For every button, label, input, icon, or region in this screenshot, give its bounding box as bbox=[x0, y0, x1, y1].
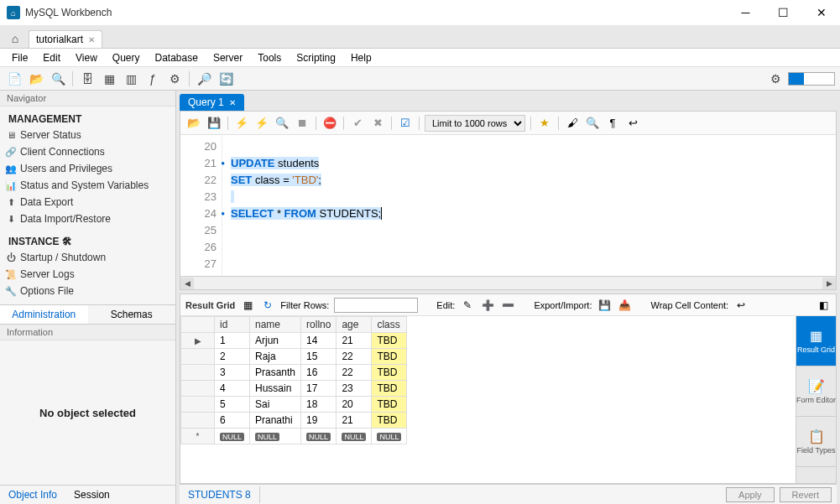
open-sql-icon[interactable]: 📂 bbox=[27, 70, 45, 88]
inspector-icon[interactable]: 🔍 bbox=[49, 70, 67, 88]
scroll-right-icon[interactable]: ▶ bbox=[822, 278, 836, 289]
layout-toggle[interactable] bbox=[788, 72, 835, 86]
tab-object-info[interactable]: Object Info bbox=[0, 486, 65, 504]
wrap-icon[interactable]: ↩ bbox=[624, 115, 641, 132]
side-tab-field-types[interactable]: 📋Field Types bbox=[796, 417, 836, 467]
tab-schemas[interactable]: Schemas bbox=[88, 305, 176, 324]
beautify-icon[interactable]: 🖌 bbox=[564, 115, 581, 132]
menu-server[interactable]: Server bbox=[206, 50, 249, 65]
connection-tab[interactable]: tutorialkart ✕ bbox=[29, 30, 102, 48]
apply-button[interactable]: Apply bbox=[726, 487, 775, 502]
grid-icon[interactable]: ▦ bbox=[240, 298, 255, 313]
minimize-button[interactable]: ─ bbox=[727, 0, 764, 25]
favorite-icon[interactable]: ★ bbox=[536, 115, 553, 132]
settings-icon[interactable]: ⚙ bbox=[766, 70, 785, 88]
col-header[interactable]: rollno bbox=[301, 317, 337, 333]
information-header: Information bbox=[0, 325, 175, 340]
close-query-icon[interactable]: ✕ bbox=[229, 98, 236, 107]
code-body[interactable]: UPDATE students SET class = 'TBD'; SELEC… bbox=[222, 135, 836, 276]
editor-hscroll[interactable]: ◀ ▶ bbox=[180, 277, 837, 290]
tab-session[interactable]: Session bbox=[65, 486, 118, 504]
menu-scripting[interactable]: Scripting bbox=[290, 50, 342, 65]
add-schema-icon[interactable]: 🗄 bbox=[78, 70, 97, 88]
delete-row-icon[interactable]: ➖ bbox=[500, 298, 515, 313]
connection-tabbar: ⌂ tutorialkart ✕ bbox=[0, 25, 840, 49]
table-row[interactable]: 6Pranathi1921TBD bbox=[181, 413, 407, 429]
nav-item[interactable]: 🖥Server Status bbox=[0, 127, 175, 143]
add-proc-icon[interactable]: ƒ bbox=[143, 70, 162, 88]
side-tab-result-grid[interactable]: ▦Result Grid bbox=[796, 316, 836, 366]
scroll-left-icon[interactable]: ◀ bbox=[180, 278, 194, 289]
navigator-header: Navigator bbox=[0, 91, 175, 107]
autocommit-icon[interactable]: ☑ bbox=[397, 115, 414, 132]
menu-file[interactable]: File bbox=[5, 50, 34, 65]
tab-administration[interactable]: Administration bbox=[0, 305, 88, 324]
add-view-icon[interactable]: ▥ bbox=[122, 70, 140, 88]
execute-current-icon[interactable]: ⚡ bbox=[253, 115, 270, 132]
table-row[interactable]: 5Sai1820TBD bbox=[181, 397, 407, 413]
reconnect-icon[interactable]: 🔄 bbox=[217, 70, 235, 88]
open-file-icon[interactable]: 📂 bbox=[185, 115, 202, 132]
nav-item[interactable]: 🔧Options File bbox=[0, 283, 175, 299]
close-button[interactable]: ✕ bbox=[802, 0, 840, 25]
nav-item[interactable]: 👥Users and Privileges bbox=[0, 160, 175, 177]
line-gutter: 2021222324252627 bbox=[180, 135, 222, 276]
query-tab[interactable]: Query 1 ✕ bbox=[180, 94, 244, 111]
execute-icon[interactable]: ⚡ bbox=[233, 115, 250, 132]
nav-item[interactable]: ⬆Data Export bbox=[0, 194, 175, 210]
invisible-icon[interactable]: ¶ bbox=[604, 115, 621, 132]
find-icon[interactable]: 🔍 bbox=[584, 115, 601, 132]
table-row-null[interactable]: *NULLNULLNULLNULLNULL bbox=[181, 429, 407, 444]
col-header[interactable]: id bbox=[215, 317, 250, 333]
table-row[interactable]: ▶1Arjun1421TBD bbox=[181, 333, 407, 349]
management-section: MANAGEMENT bbox=[0, 112, 175, 127]
filter-input[interactable] bbox=[334, 298, 418, 313]
results-table[interactable]: idnamerollnoageclass ▶1Arjun1421TBD2Raja… bbox=[180, 316, 407, 444]
commit-icon[interactable]: ✔ bbox=[349, 115, 366, 132]
result-tab[interactable]: STUDENTS 8 bbox=[180, 486, 260, 503]
revert-button[interactable]: Revert bbox=[780, 487, 832, 502]
home-icon[interactable]: ⌂ bbox=[5, 29, 25, 48]
edit-icon[interactable]: ✎ bbox=[460, 298, 475, 313]
menu-help[interactable]: Help bbox=[344, 50, 378, 65]
export-icon[interactable]: 💾 bbox=[597, 298, 612, 313]
wrap-content-icon[interactable]: ↩ bbox=[733, 298, 749, 313]
close-tab-icon[interactable]: ✕ bbox=[88, 35, 95, 44]
table-row[interactable]: 4Hussain1723TBD bbox=[181, 381, 407, 397]
menu-database[interactable]: Database bbox=[149, 50, 205, 65]
stop-icon[interactable]: ⏹ bbox=[294, 115, 310, 132]
nav-item[interactable]: 📊Status and System Variables bbox=[0, 177, 175, 194]
menu-view[interactable]: View bbox=[69, 50, 104, 65]
nav-item[interactable]: ⬇Data Import/Restore bbox=[0, 210, 175, 227]
menu-edit[interactable]: Edit bbox=[36, 50, 67, 65]
menu-query[interactable]: Query bbox=[106, 50, 147, 65]
new-sql-icon[interactable]: 📄 bbox=[5, 70, 23, 88]
panel-toggle-icon[interactable]: ◧ bbox=[816, 298, 831, 313]
nav-item[interactable]: 📜Server Logs bbox=[0, 266, 175, 283]
add-row-icon[interactable]: ➕ bbox=[480, 298, 495, 313]
explain-icon[interactable]: 🔍 bbox=[274, 115, 290, 132]
table-row[interactable]: 3Prasanth1622TBD bbox=[181, 365, 407, 381]
save-file-icon[interactable]: 💾 bbox=[206, 115, 222, 132]
maximize-button[interactable]: ☐ bbox=[764, 0, 802, 25]
limit-select[interactable]: Limit to 1000 rows bbox=[425, 115, 525, 132]
search-icon[interactable]: 🔎 bbox=[195, 70, 213, 88]
side-tab-form-editor[interactable]: 📝Form Editor bbox=[796, 366, 836, 417]
results-panel: Result Grid ▦ ↻ Filter Rows: Edit: ✎ ➕ ➖… bbox=[180, 294, 837, 484]
nav-icon: ⏻ bbox=[5, 252, 17, 263]
add-table-icon[interactable]: ▦ bbox=[100, 70, 118, 88]
col-header[interactable]: class bbox=[372, 317, 407, 333]
nav-item[interactable]: 🔗Client Connections bbox=[0, 143, 175, 160]
nav-icon: 🖥 bbox=[5, 129, 17, 141]
nav-item[interactable]: ⏻Startup / Shutdown bbox=[0, 249, 175, 266]
menu-tools[interactable]: Tools bbox=[251, 50, 288, 65]
rollback-icon[interactable]: ✖ bbox=[369, 115, 386, 132]
refresh-icon[interactable]: ↻ bbox=[260, 298, 275, 313]
nav-icon: 👥 bbox=[5, 163, 17, 174]
col-header[interactable]: age bbox=[337, 317, 372, 333]
table-row[interactable]: 2Raja1522TBD bbox=[181, 349, 407, 365]
add-func-icon[interactable]: ⚙ bbox=[165, 70, 184, 88]
import-icon[interactable]: 📥 bbox=[617, 298, 632, 313]
stop-on-error-icon[interactable]: ⛔ bbox=[321, 115, 338, 132]
col-header[interactable]: name bbox=[250, 317, 301, 333]
